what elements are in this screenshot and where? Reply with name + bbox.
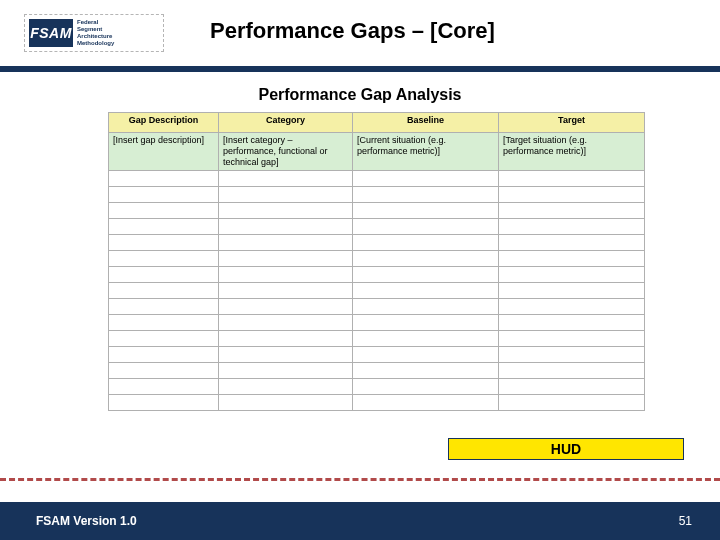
header-rule — [0, 66, 720, 72]
table-row — [109, 267, 645, 283]
slide: FSAM Federal Segment Architecture Method… — [0, 0, 720, 540]
table-row — [109, 219, 645, 235]
table-row — [109, 251, 645, 267]
table-row — [109, 171, 645, 187]
subtitle: Performance Gap Analysis — [0, 86, 720, 104]
th-baseline: Baseline — [353, 113, 499, 133]
cell-instr-2: [Current situation (e.g. performance met… — [353, 133, 499, 171]
table-row — [109, 283, 645, 299]
table-row — [109, 299, 645, 315]
table-row — [109, 203, 645, 219]
instruction-row: [Insert gap description] [Insert categor… — [109, 133, 645, 171]
page-title: Performance Gaps – [Core] — [210, 18, 495, 44]
gap-table-wrap: Gap Description Category Baseline Target… — [108, 112, 644, 411]
th-target: Target — [499, 113, 645, 133]
table-body: [Insert gap description] [Insert categor… — [109, 133, 645, 411]
table-row — [109, 331, 645, 347]
fsam-logo: FSAM Federal Segment Architecture Method… — [24, 14, 164, 52]
gap-table: Gap Description Category Baseline Target… — [108, 112, 645, 411]
logo-abbr: FSAM — [29, 19, 73, 47]
footer: FSAM Version 1.0 51 — [0, 502, 720, 540]
th-category: Category — [219, 113, 353, 133]
th-gap-description: Gap Description — [109, 113, 219, 133]
logo-line2: Segment — [77, 26, 114, 33]
table-row — [109, 187, 645, 203]
logo-line4: Methodology — [77, 40, 114, 47]
cell-instr-3: [Target situation (e.g. performance metr… — [499, 133, 645, 171]
logo-line3: Architecture — [77, 33, 114, 40]
cell-instr-0: [Insert gap description] — [109, 133, 219, 171]
table-row — [109, 363, 645, 379]
table-row — [109, 395, 645, 411]
cell-instr-1: [Insert category – performance, function… — [219, 133, 353, 171]
logo-line1: Federal — [77, 19, 114, 26]
logo-text: Federal Segment Architecture Methodology — [77, 19, 114, 47]
table-row — [109, 379, 645, 395]
table-row — [109, 347, 645, 363]
hud-badge: HUD — [448, 438, 684, 460]
table-row — [109, 315, 645, 331]
header: FSAM Federal Segment Architecture Method… — [0, 0, 720, 72]
table-header-row: Gap Description Category Baseline Target — [109, 113, 645, 133]
table-row — [109, 235, 645, 251]
dashed-divider — [0, 478, 720, 481]
footer-version: FSAM Version 1.0 — [36, 514, 137, 528]
footer-page-number: 51 — [679, 514, 692, 528]
